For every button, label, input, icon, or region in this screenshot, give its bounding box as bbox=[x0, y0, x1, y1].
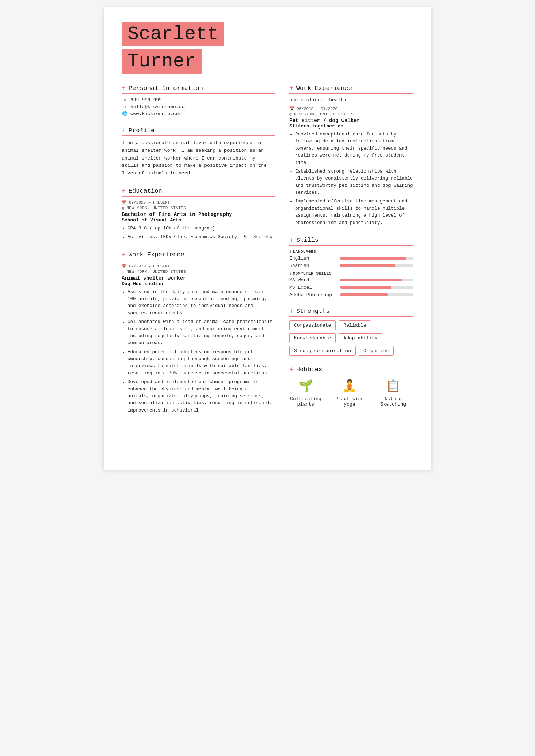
strengths-section-title: Strengths bbox=[296, 308, 330, 315]
work-left-location-0: ◎ NEW YORK, UNITED STATES bbox=[122, 269, 275, 274]
strengths-section-header: + Strengths bbox=[289, 308, 413, 317]
hobby-item-2: 📋 Nature Sketching bbox=[377, 379, 410, 407]
work-right-bullets-0: Provided exceptional care for pets by fo… bbox=[289, 131, 413, 227]
header: Scarlett Turner bbox=[122, 22, 413, 74]
globe-icon: 🌐 bbox=[122, 111, 128, 117]
computer-label: ℹ COMPUTER SKILLS bbox=[289, 271, 413, 276]
phone-item: ☎ 999-999-999 bbox=[122, 97, 275, 103]
skill-name-comp-1: MS Excel bbox=[289, 285, 337, 290]
computer-row-2: Adobe Photoshop bbox=[289, 292, 413, 298]
education-section-title: Education bbox=[129, 188, 162, 194]
strength-tag-5: Organized bbox=[359, 346, 394, 356]
personal-section-title: Personal Information bbox=[129, 85, 203, 92]
plus-icon-strengths: + bbox=[289, 308, 293, 315]
hobby-item-1: 🧘 Practicing yoga bbox=[333, 379, 366, 407]
resume-container: Scarlett Turner + Personal Information ☎… bbox=[104, 7, 431, 470]
skill-bar-fill-comp-1 bbox=[340, 286, 391, 289]
profile-text: I am a passionate animal lover with expe… bbox=[122, 139, 275, 177]
plus-icon: + bbox=[122, 84, 126, 92]
first-name: Scarlett bbox=[122, 22, 224, 46]
skill-bar-bg-comp-2 bbox=[340, 293, 413, 296]
language-row-1: Spanish bbox=[289, 263, 413, 268]
strength-tag-1: Reliable bbox=[339, 320, 371, 330]
work-left-bullet: Educated potential adopters on responsib… bbox=[128, 349, 275, 377]
skill-bar-bg-comp-1 bbox=[340, 286, 413, 289]
edu-location-0: ◎ NEW YORK, UNITED STATES bbox=[122, 206, 275, 210]
hobby-item-0: 🌱 Cultivating plants bbox=[289, 379, 322, 407]
plus-icon-profile: + bbox=[122, 127, 126, 134]
work-right-title-0: Pet sitter / dog walker bbox=[289, 118, 413, 123]
work-right-bullet: Established strong relationships with cl… bbox=[295, 168, 413, 197]
personal-section-header: + Personal Information bbox=[122, 84, 275, 94]
skill-name-lang-1: Spanish bbox=[289, 263, 337, 268]
work-left-dates-0: 📅 02/2020 – PRESENT bbox=[122, 264, 275, 269]
work-right-bullet: Implemented effective time management an… bbox=[295, 198, 413, 227]
hobbies-section-title: Hobbies bbox=[296, 366, 322, 373]
work-right-entry-0: 📅 05/2018 – 01/2020 ◎ NEW YORK, UNITED S… bbox=[289, 106, 413, 227]
work-left-bullet: Collaborated with a team of animal care … bbox=[128, 319, 275, 347]
education-section: + Education 📅 09/2020 – PRESENT ◎ NEW YO… bbox=[122, 188, 275, 241]
computer-row-1: MS Excel bbox=[289, 285, 413, 290]
skill-bar-fill-comp-0 bbox=[340, 279, 402, 281]
work-left-entry-0: 📅 02/2020 – PRESENT ◎ NEW YORK, UNITED S… bbox=[122, 264, 275, 414]
plus-icon-hobbies: + bbox=[289, 366, 293, 373]
profile-section: + Profile I am a passionate animal lover… bbox=[122, 127, 275, 177]
phone-value: 999-999-999 bbox=[130, 97, 162, 103]
work-right-section-title: Work Experience bbox=[296, 85, 352, 92]
profile-section-header: + Profile bbox=[122, 127, 275, 136]
hobby-label-0: Cultivating plants bbox=[289, 396, 322, 407]
plus-icon-work-left: + bbox=[122, 251, 126, 259]
email-item: ✉ hello@kickresume.com bbox=[122, 104, 275, 110]
skills-section: + Skills ℹ LANGUAGES English Spanish ℹ C… bbox=[289, 237, 413, 298]
work-right-dates-0: 📅 05/2018 – 01/2020 bbox=[289, 106, 413, 111]
edu-dates-0: 📅 09/2020 – PRESENT bbox=[122, 200, 275, 205]
hobbies-section: + Hobbies 🌱 Cultivating plants 🧘 Practic… bbox=[289, 366, 413, 407]
website-item: 🌐 www.kickresume.com bbox=[122, 111, 275, 117]
work-right-org-0: Sitters together co. bbox=[289, 123, 413, 129]
edu-bullet: GPA 3.8 (top 10% of the program) bbox=[128, 225, 275, 232]
edu-bullet: Activities: TEDx Club, Economics Society… bbox=[128, 234, 275, 241]
skill-name-comp-0: MS Word bbox=[289, 277, 337, 283]
language-row-0: English bbox=[289, 256, 413, 261]
calendar-icon-work-right: 📅 bbox=[289, 106, 294, 111]
computer-list: MS Word MS Excel Adobe Photoshop bbox=[289, 277, 413, 298]
strengths-grid: CompassionateReliableKnowledgeableAdapta… bbox=[289, 320, 413, 356]
skills-section-title: Skills bbox=[296, 237, 319, 244]
skill-name-lang-0: English bbox=[289, 256, 337, 261]
education-entry-0: 📅 09/2020 – PRESENT ◎ NEW YORK, UNITED S… bbox=[122, 200, 275, 241]
right-column: + Work Experience and emotional health. … bbox=[289, 84, 413, 424]
hobby-icon-2: 📋 bbox=[386, 379, 401, 393]
info-icon-comp: ℹ bbox=[289, 271, 291, 276]
work-continuation: and emotional health. bbox=[289, 97, 413, 103]
skill-bar-fill-comp-2 bbox=[340, 293, 388, 296]
plus-icon-edu: + bbox=[122, 188, 126, 195]
work-left-section-header: + Work Experience bbox=[122, 251, 275, 260]
computer-row-0: MS Word bbox=[289, 277, 413, 283]
calendar-icon-edu: 📅 bbox=[122, 200, 127, 205]
work-left-bullet: Developed and implemented enrichment pro… bbox=[128, 379, 275, 414]
info-icon-lang: ℹ bbox=[289, 249, 291, 254]
hobby-icon-0: 🌱 bbox=[298, 379, 313, 393]
hobbies-row: 🌱 Cultivating plants 🧘 Practicing yoga 📋… bbox=[289, 379, 413, 407]
profile-section-title: Profile bbox=[129, 127, 155, 134]
work-right-section: + Work Experience and emotional health. … bbox=[289, 84, 413, 227]
location-icon-work-left: ◎ bbox=[122, 269, 124, 274]
work-right-location-0: ◎ NEW YORK, UNITED STATES bbox=[289, 112, 413, 117]
hobby-icon-1: 🧘 bbox=[342, 379, 357, 393]
location-icon-edu: ◎ bbox=[122, 206, 124, 210]
strength-tag-4: Strong communication bbox=[289, 346, 356, 356]
last-name: Turner bbox=[122, 49, 202, 74]
location-icon-work-right: ◎ bbox=[289, 112, 292, 117]
main-content: + Personal Information ☎ 999-999-999 ✉ h… bbox=[122, 84, 413, 424]
strengths-section: + Strengths CompassionateReliableKnowled… bbox=[289, 308, 413, 356]
languages-list: English Spanish bbox=[289, 256, 413, 268]
edu-bullets-0: GPA 3.8 (top 10% of the program)Activiti… bbox=[122, 225, 275, 241]
work-left-bullets-0: Assisted in the daily care and maintenan… bbox=[122, 289, 275, 414]
plus-icon-skills: + bbox=[289, 237, 293, 244]
phone-icon: ☎ bbox=[122, 97, 128, 103]
skill-bar-fill-lang-1 bbox=[340, 264, 395, 267]
plus-icon-work-right: + bbox=[289, 84, 293, 92]
work-right-section-header: + Work Experience bbox=[289, 84, 413, 94]
email-value: hello@kickresume.com bbox=[130, 104, 187, 110]
edu-org-0: School of Visual Arts bbox=[122, 217, 275, 223]
